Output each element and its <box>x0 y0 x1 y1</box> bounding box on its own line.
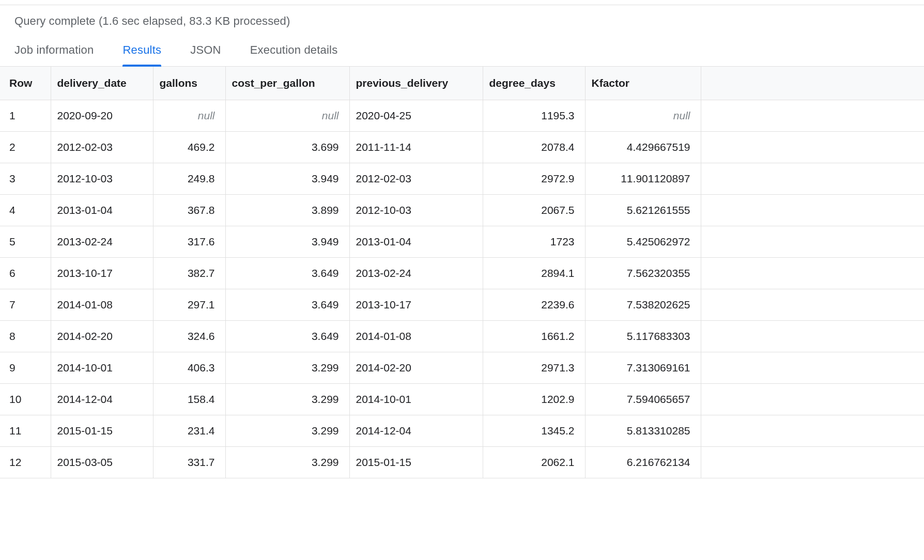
cell-degree_days: 2067.5 <box>483 195 585 226</box>
results-table: Rowdelivery_dategallonscost_per_gallonpr… <box>0 67 924 478</box>
cell-previous_delivery: 2014-12-04 <box>349 415 483 447</box>
cell-row: 6 <box>0 258 51 289</box>
cell-cost_per_gallon: 3.299 <box>225 447 349 478</box>
cell-gallons: 297.1 <box>153 289 225 321</box>
cell-cost_per_gallon: 3.649 <box>225 289 349 321</box>
query-status: Query complete (1.6 sec elapsed, 83.3 KB… <box>0 5 924 32</box>
cell-delivery_date: 2015-03-05 <box>51 447 153 478</box>
cell-gallons: 231.4 <box>153 415 225 447</box>
cell-degree_days: 2972.9 <box>483 163 585 195</box>
table-row: 32012-10-03249.83.9492012-02-032972.911.… <box>0 163 924 195</box>
cell-gallons: 469.2 <box>153 132 225 163</box>
cell-cost_per_gallon: null <box>225 100 349 132</box>
cell-row: 3 <box>0 163 51 195</box>
cell-Kfactor: 7.594065657 <box>585 384 701 415</box>
cell-empty <box>701 447 924 478</box>
cell-cost_per_gallon: 3.699 <box>225 132 349 163</box>
cell-previous_delivery: 2011-11-14 <box>349 132 483 163</box>
cell-previous_delivery: 2015-01-15 <box>349 447 483 478</box>
cell-degree_days: 1195.3 <box>483 100 585 132</box>
tab-json[interactable]: JSON <box>190 43 221 66</box>
cell-gallons: 249.8 <box>153 163 225 195</box>
column-header-Kfactor: Kfactor <box>585 67 701 100</box>
cell-gallons: 382.7 <box>153 258 225 289</box>
cell-delivery_date: 2013-10-17 <box>51 258 153 289</box>
cell-empty <box>701 321 924 352</box>
cell-delivery_date: 2014-12-04 <box>51 384 153 415</box>
cell-Kfactor: 5.117683303 <box>585 321 701 352</box>
cell-degree_days: 1202.9 <box>483 384 585 415</box>
cell-row: 4 <box>0 195 51 226</box>
cell-degree_days: 2239.6 <box>483 289 585 321</box>
cell-cost_per_gallon: 3.949 <box>225 163 349 195</box>
cell-delivery_date: 2020-09-20 <box>51 100 153 132</box>
cell-Kfactor: 6.216762134 <box>585 447 701 478</box>
cell-gallons: 324.6 <box>153 321 225 352</box>
cell-Kfactor: 7.562320355 <box>585 258 701 289</box>
table-header-row: Rowdelivery_dategallonscost_per_gallonpr… <box>0 67 924 100</box>
cell-gallons: null <box>153 100 225 132</box>
cell-previous_delivery: 2012-10-03 <box>349 195 483 226</box>
cell-Kfactor: 5.621261555 <box>585 195 701 226</box>
cell-Kfactor: 7.538202625 <box>585 289 701 321</box>
cell-cost_per_gallon: 3.299 <box>225 415 349 447</box>
table-body: 12020-09-20nullnull2020-04-251195.3null2… <box>0 100 924 478</box>
cell-cost_per_gallon: 3.649 <box>225 321 349 352</box>
cell-previous_delivery: 2014-02-20 <box>349 352 483 384</box>
cell-row: 8 <box>0 321 51 352</box>
null-value: null <box>198 110 215 121</box>
cell-delivery_date: 2013-02-24 <box>51 226 153 258</box>
cell-cost_per_gallon: 3.299 <box>225 352 349 384</box>
cell-Kfactor: 5.425062972 <box>585 226 701 258</box>
cell-delivery_date: 2013-01-04 <box>51 195 153 226</box>
table-row: 52013-02-24317.63.9492013-01-0417235.425… <box>0 226 924 258</box>
column-header-delivery_date: delivery_date <box>51 67 153 100</box>
table-row: 102014-12-04158.43.2992014-10-011202.97.… <box>0 384 924 415</box>
tab-label: Results <box>122 43 161 56</box>
cell-previous_delivery: 2014-10-01 <box>349 384 483 415</box>
cell-previous_delivery: 2020-04-25 <box>349 100 483 132</box>
cell-row: 5 <box>0 226 51 258</box>
null-value: null <box>673 110 690 121</box>
cell-empty <box>701 258 924 289</box>
cell-delivery_date: 2014-01-08 <box>51 289 153 321</box>
cell-row: 9 <box>0 352 51 384</box>
tab-results[interactable]: Results <box>122 43 161 66</box>
cell-previous_delivery: 2013-02-24 <box>349 258 483 289</box>
table-row: 112015-01-15231.43.2992014-12-041345.25.… <box>0 415 924 447</box>
cell-gallons: 406.3 <box>153 352 225 384</box>
cell-row: 10 <box>0 384 51 415</box>
null-value: null <box>322 110 339 121</box>
column-header-cost_per_gallon: cost_per_gallon <box>225 67 349 100</box>
cell-degree_days: 1661.2 <box>483 321 585 352</box>
column-header-gallons: gallons <box>153 67 225 100</box>
table-row: 82014-02-20324.63.6492014-01-081661.25.1… <box>0 321 924 352</box>
cell-Kfactor: 7.313069161 <box>585 352 701 384</box>
table-row: 42013-01-04367.83.8992012-10-032067.55.6… <box>0 195 924 226</box>
cell-Kfactor: 11.901120897 <box>585 163 701 195</box>
cell-degree_days: 2971.3 <box>483 352 585 384</box>
tab-label: JSON <box>190 43 221 56</box>
tab-execution-details[interactable]: Execution details <box>250 43 338 66</box>
cell-degree_days: 2894.1 <box>483 258 585 289</box>
cell-empty <box>701 384 924 415</box>
cell-empty <box>701 352 924 384</box>
table-row: 72014-01-08297.13.6492013-10-172239.67.5… <box>0 289 924 321</box>
column-header-row: Row <box>0 67 51 100</box>
cell-gallons: 331.7 <box>153 447 225 478</box>
column-header-degree_days: degree_days <box>483 67 585 100</box>
results-tabs: Job informationResultsJSONExecution deta… <box>0 32 924 67</box>
cell-cost_per_gallon: 3.649 <box>225 258 349 289</box>
panel-top-border <box>0 0 924 5</box>
cell-row: 1 <box>0 100 51 132</box>
table-row: 92014-10-01406.33.2992014-02-202971.37.3… <box>0 352 924 384</box>
table-row: 122015-03-05331.73.2992015-01-152062.16.… <box>0 447 924 478</box>
cell-delivery_date: 2015-01-15 <box>51 415 153 447</box>
cell-row: 11 <box>0 415 51 447</box>
tab-label: Job information <box>14 43 94 56</box>
cell-previous_delivery: 2012-02-03 <box>349 163 483 195</box>
cell-previous_delivery: 2013-01-04 <box>349 226 483 258</box>
cell-gallons: 158.4 <box>153 384 225 415</box>
tab-job-information[interactable]: Job information <box>14 43 94 66</box>
table-row: 22012-02-03469.23.6992011-11-142078.44.4… <box>0 132 924 163</box>
